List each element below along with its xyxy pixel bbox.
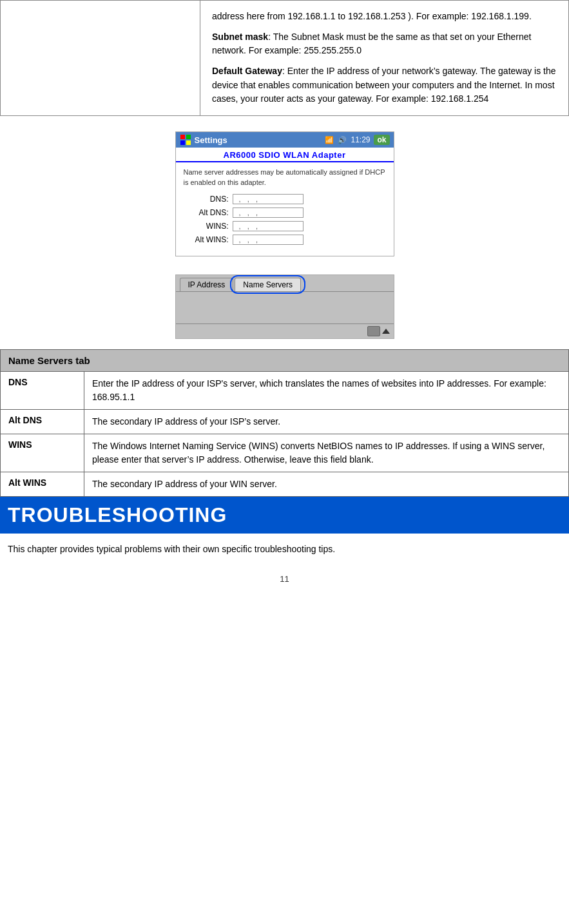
- alt-wins-field[interactable]: , , ,: [233, 235, 304, 245]
- alt-dns-oct3: [251, 209, 255, 217]
- wins-oct1: [236, 222, 238, 230]
- tab-bar: IP Address Name Servers: [176, 275, 394, 291]
- alt-dns-oct4: [259, 209, 261, 217]
- svg-rect-2: [180, 140, 185, 145]
- dns-row: DNS: , , ,: [184, 194, 386, 204]
- volume-icon: 🔊: [338, 136, 347, 144]
- top-left-cell: [1, 1, 200, 116]
- alt-dns-row-desc: The secondary IP address of your ISP’s s…: [84, 409, 569, 434]
- tab-ip-address[interactable]: IP Address: [180, 278, 234, 291]
- top-para3: Default Gateway: Enter the IP address of…: [212, 64, 557, 106]
- wins-row: WINS: , , ,: [184, 221, 386, 231]
- alt-dns-oct2: [242, 209, 246, 217]
- titlebar: Settings 📶 🔊 11:29 ok: [176, 132, 394, 148]
- top-right-cell: address here from 192.168.1.1 to 192.168…: [200, 1, 569, 116]
- subnet-mask-label: Subnet mask: [212, 32, 268, 42]
- alt-dns-oct1: [236, 209, 238, 217]
- svg-rect-1: [186, 135, 191, 139]
- table-row-alt-dns: Alt DNS The secondary IP address of your…: [1, 409, 569, 434]
- top-content-table: address here from 192.168.1.1 to 192.168…: [0, 0, 569, 116]
- alt-wins-oct1: [236, 236, 238, 244]
- keyboard-icon[interactable]: [367, 326, 380, 336]
- signal-icon: 📶: [325, 136, 334, 144]
- titlebar-left: Settings: [180, 134, 227, 146]
- alt-wins-oct3: [251, 236, 255, 244]
- ok-badge[interactable]: ok: [374, 135, 389, 145]
- top-para1: address here from 192.168.1.1 to 192.168…: [212, 10, 557, 24]
- alt-dns-field[interactable]: , , ,: [233, 207, 304, 218]
- wins-oct4: [259, 222, 261, 230]
- dns-field[interactable]: , , ,: [233, 194, 304, 204]
- tab-name-servers[interactable]: Name Servers: [235, 278, 301, 291]
- bottom-bar: [176, 323, 394, 338]
- dns-label: DNS:: [184, 195, 229, 204]
- alt-wins-row-desc: The secondary IP address of your WIN ser…: [84, 472, 569, 496]
- tab-nameservers-label: Name Servers: [243, 280, 293, 289]
- alt-dns-row-label: Alt DNS: [1, 409, 84, 434]
- dns-oct4: [259, 195, 261, 203]
- screenshot-note: Name server addresses may be automatical…: [184, 168, 386, 188]
- alt-wins-row-label: Alt WINS: [1, 472, 84, 496]
- screenshot2-container: IP Address Name Servers: [0, 267, 569, 349]
- screenshot-body: Name server addresses may be automatical…: [176, 162, 394, 256]
- svg-rect-0: [180, 135, 185, 139]
- table-row-alt-wins: Alt WINS The secondary IP address of you…: [1, 472, 569, 496]
- scroll-up-icon[interactable]: [382, 329, 390, 334]
- titlebar-time: 11:29: [351, 135, 370, 144]
- dns-oct3: [251, 195, 255, 203]
- table-row-dns: DNS Enter the IP address of your ISP's s…: [1, 371, 569, 409]
- svg-rect-3: [186, 140, 191, 145]
- screenshot1-container: Settings 📶 🔊 11:29 ok AR6000 SDIO WLAN A…: [0, 116, 569, 267]
- wins-oct3: [251, 222, 255, 230]
- alt-dns-label: Alt DNS:: [184, 208, 229, 217]
- name-servers-table: Name Servers tab DNS Enter the IP addres…: [0, 349, 569, 497]
- wins-row-label: WINS: [1, 434, 84, 472]
- dns-row-label: DNS: [1, 371, 84, 409]
- windows-logo-icon: [180, 134, 191, 146]
- wins-label: WINS:: [184, 222, 229, 231]
- adapter-title: AR6000 SDIO WLAN Adapter: [176, 148, 394, 162]
- screenshot1-box: Settings 📶 🔊 11:29 ok AR6000 SDIO WLAN A…: [175, 131, 394, 256]
- wins-oct2: [242, 222, 246, 230]
- wins-row-desc: The Windows Internet Naming Service (WIN…: [84, 434, 569, 472]
- tab-content-area: [176, 291, 394, 323]
- name-servers-header: Name Servers tab: [1, 349, 569, 371]
- alt-dns-row: Alt DNS: , , ,: [184, 207, 386, 218]
- alt-wins-row: Alt WINS: , , ,: [184, 235, 386, 245]
- troubleshooting-text: This chapter provides typical problems w…: [0, 534, 569, 565]
- tab-ip-label: IP Address: [188, 280, 226, 289]
- dns-oct1: [236, 195, 238, 203]
- alt-wins-oct4: [259, 236, 261, 244]
- dns-oct2: [242, 195, 246, 203]
- wins-field[interactable]: , , ,: [233, 221, 304, 231]
- screenshot2-box: IP Address Name Servers: [175, 274, 394, 339]
- troubleshooting-header: TROUBLESHOOTING: [0, 497, 569, 534]
- page-wrapper: address here from 192.168.1.1 to 192.168…: [0, 0, 569, 589]
- titlebar-right: 📶 🔊 11:29 ok: [325, 135, 389, 145]
- top-para2: Subnet mask: The Subnet Mask must be the…: [212, 30, 557, 58]
- default-gateway-label: Default Gateway: [212, 66, 282, 76]
- dns-row-desc: Enter the IP address of your ISP's serve…: [84, 371, 569, 409]
- alt-wins-oct2: [242, 236, 246, 244]
- titlebar-title: Settings: [195, 135, 227, 145]
- alt-wins-label: Alt WINS:: [184, 235, 229, 244]
- page-number: 11: [0, 565, 569, 589]
- table-row-wins: WINS The Windows Internet Naming Service…: [1, 434, 569, 472]
